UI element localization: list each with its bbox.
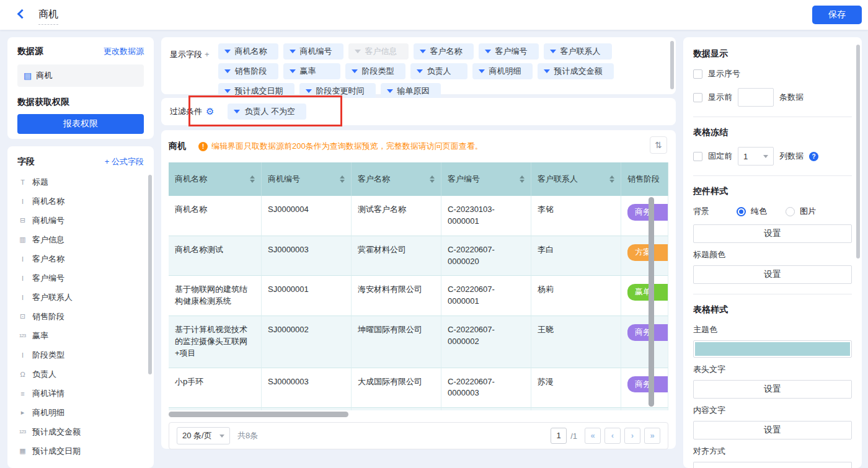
title-color-set-button[interactable]: 设置 bbox=[693, 265, 852, 284]
field-list-item[interactable]: I阶段类型 bbox=[17, 345, 144, 364]
table-row[interactable]: 基于物联网的建筑结构健康检测系统SJ0000001海安材料有限公司C-20220… bbox=[169, 276, 668, 316]
solid-color-radio[interactable] bbox=[737, 207, 746, 216]
sort-arrows-icon[interactable] bbox=[520, 175, 525, 183]
field-list-item[interactable]: ▸商机明细 bbox=[17, 403, 144, 422]
fix-columns-select[interactable]: 1 bbox=[738, 147, 774, 166]
column-header[interactable]: 商机名称 bbox=[169, 162, 262, 196]
table-body: 商机名称SJ0000004测试客户名称C-20230103-0000001李铭商… bbox=[169, 196, 668, 410]
field-list-item[interactable]: I客户编号 bbox=[17, 268, 144, 288]
background-set-button[interactable]: 设置 bbox=[693, 224, 852, 243]
display-field-tag[interactable]: 商机名称 bbox=[218, 43, 278, 60]
first-page-button[interactable]: « bbox=[585, 428, 601, 444]
save-button[interactable]: 保存 bbox=[812, 6, 862, 24]
field-list-item[interactable]: ▦预计成交日期 bbox=[17, 441, 144, 461]
table-row[interactable]: 商机名称测试SJ0000003蓂霍材料公司C-20220607-0000020李… bbox=[169, 236, 668, 276]
field-list-item[interactable]: ≡商机详情 bbox=[17, 384, 144, 403]
table-row[interactable]: 商机名称SJ0000004测试客户名称C-20230103-0000001李铭商… bbox=[169, 196, 668, 236]
fix-columns-checkbox[interactable] bbox=[693, 152, 702, 161]
sort-arrows-icon[interactable] bbox=[609, 175, 614, 183]
sort-arrows-icon[interactable] bbox=[340, 175, 345, 183]
table-row[interactable]: 掘金三板SJ0000004天宇国际有限公司C-20220607-0000004李… bbox=[169, 408, 668, 410]
back-icon[interactable] bbox=[17, 9, 27, 19]
align-control-cutoff[interactable] bbox=[693, 462, 852, 468]
display-fields-scrollbar[interactable] bbox=[670, 41, 674, 89]
column-header[interactable]: 客户编号 bbox=[441, 162, 531, 196]
image-radio[interactable] bbox=[786, 207, 795, 216]
table-cell: 海安材料有限公司 bbox=[352, 276, 441, 316]
help-icon[interactable]: ? bbox=[809, 152, 818, 161]
show-first-checkbox[interactable] bbox=[693, 93, 702, 102]
display-fields-label: 显示字段+ bbox=[170, 49, 210, 88]
field-list-item[interactable]: Ω负责人 bbox=[17, 364, 144, 384]
display-field-tag[interactable]: 阶段变更时间 bbox=[299, 83, 376, 99]
text-field-icon: I bbox=[17, 198, 27, 205]
column-header[interactable]: 商机编号 bbox=[262, 162, 352, 196]
field-list-item[interactable]: ⊟商机编号 bbox=[17, 211, 144, 230]
display-field-tag[interactable]: 商机明细 bbox=[472, 63, 533, 79]
display-field-tag[interactable]: 客户编号 bbox=[479, 43, 539, 60]
column-header[interactable]: 销售阶段 bbox=[621, 162, 668, 196]
add-display-field-icon[interactable]: + bbox=[205, 50, 210, 59]
column-header[interactable]: 客户联系人 bbox=[531, 162, 621, 196]
filter-condition-tag[interactable]: 负责人 不为空 bbox=[228, 104, 306, 120]
row-limit-input[interactable] bbox=[738, 88, 774, 107]
tag-label: 阶段类型 bbox=[362, 66, 394, 77]
column-header-label: 商机编号 bbox=[268, 174, 300, 185]
next-page-button[interactable]: › bbox=[624, 428, 640, 444]
display-field-tag[interactable]: 输单原因 bbox=[381, 83, 441, 99]
content-text-set-button[interactable]: 设置 bbox=[693, 421, 852, 439]
field-list-item[interactable]: I客户联系人 bbox=[17, 288, 144, 307]
change-datasource-link[interactable]: 更改数据源 bbox=[104, 46, 144, 57]
chevron-down-icon bbox=[763, 155, 768, 158]
field-list-item[interactable]: 123赢率 bbox=[17, 326, 144, 345]
field-list-item[interactable]: I商机名称 bbox=[17, 192, 144, 211]
field-list-item[interactable]: I客户名称 bbox=[17, 249, 144, 268]
table-cell: SJ0000004 bbox=[262, 408, 352, 410]
table-row[interactable]: 小p手环SJ0000003大成国际有限公司C-20220607-0000003苏… bbox=[169, 368, 668, 408]
sort-arrows-icon[interactable] bbox=[250, 175, 255, 183]
theme-color-swatch[interactable] bbox=[693, 340, 852, 358]
field-item-label: 商机名称 bbox=[32, 196, 64, 207]
field-list-item[interactable]: 123预计成交金额 bbox=[17, 422, 144, 441]
field-list-item[interactable]: ▥客户信息 bbox=[17, 230, 144, 249]
add-formula-field-link[interactable]: + 公式字段 bbox=[105, 156, 144, 167]
table-row[interactable]: 基于计算机视觉技术的监控摄像头互联网+项目SJ0000002坤曜国际有限公司C-… bbox=[169, 316, 668, 368]
display-field-tag[interactable]: 客户联系人 bbox=[544, 43, 612, 60]
display-field-tag[interactable]: 负责人 bbox=[410, 63, 467, 79]
sort-arrows-icon[interactable] bbox=[430, 175, 435, 183]
display-field-tag[interactable]: 销售阶段 bbox=[218, 63, 278, 79]
stage-badge: 商务 bbox=[627, 324, 668, 341]
field-list-item[interactable]: ⊡销售阶段 bbox=[17, 307, 144, 326]
report-permission-button[interactable]: 报表权限 bbox=[17, 114, 144, 134]
display-field-tag[interactable]: 商机编号 bbox=[283, 43, 343, 60]
table-cell: 基于物联网的建筑结构健康检测系统 bbox=[169, 276, 262, 316]
display-field-tag[interactable]: 预计成交日期 bbox=[218, 83, 294, 99]
show-index-checkbox[interactable] bbox=[693, 69, 702, 79]
table-vertical-scrollbar[interactable] bbox=[649, 197, 654, 407]
current-page-box[interactable]: 1 bbox=[551, 428, 567, 444]
datasource-item[interactable]: ▤ 商机 bbox=[17, 64, 144, 87]
display-field-tag[interactable]: 客户名称 bbox=[414, 43, 474, 60]
column-header-label: 客户联系人 bbox=[538, 174, 578, 185]
display-field-tag[interactable]: 预计成交金额 bbox=[538, 63, 614, 79]
page-size-select[interactable]: 20 条/页 bbox=[177, 427, 230, 444]
chevron-down-icon bbox=[224, 69, 231, 73]
last-page-button[interactable]: » bbox=[644, 428, 660, 444]
settings-scrollbar[interactable] bbox=[856, 45, 860, 258]
tag-label: 商机明细 bbox=[489, 66, 521, 77]
fields-scrollbar[interactable] bbox=[148, 175, 152, 374]
text-field-icon: I bbox=[17, 294, 27, 301]
divider bbox=[693, 294, 852, 294]
gear-icon[interactable]: ⚙ bbox=[206, 106, 214, 117]
header-text-set-button[interactable]: 设置 bbox=[693, 380, 852, 399]
table-horizontal-scrollbar[interactable] bbox=[169, 412, 668, 417]
table-cell: SJ0000002 bbox=[262, 316, 352, 368]
sort-order-button[interactable]: ⇅ bbox=[650, 136, 667, 154]
prev-page-button[interactable]: ‹ bbox=[604, 428, 621, 444]
column-header[interactable]: 客户名称 bbox=[352, 162, 441, 196]
field-list-item[interactable]: T标题 bbox=[17, 172, 144, 192]
display-field-tag[interactable]: 阶段类型 bbox=[345, 63, 405, 79]
display-field-tag[interactable]: 赢率 bbox=[283, 63, 340, 79]
field-item-label: 销售阶段 bbox=[32, 311, 64, 322]
field-item-label: 客户名称 bbox=[32, 254, 64, 265]
